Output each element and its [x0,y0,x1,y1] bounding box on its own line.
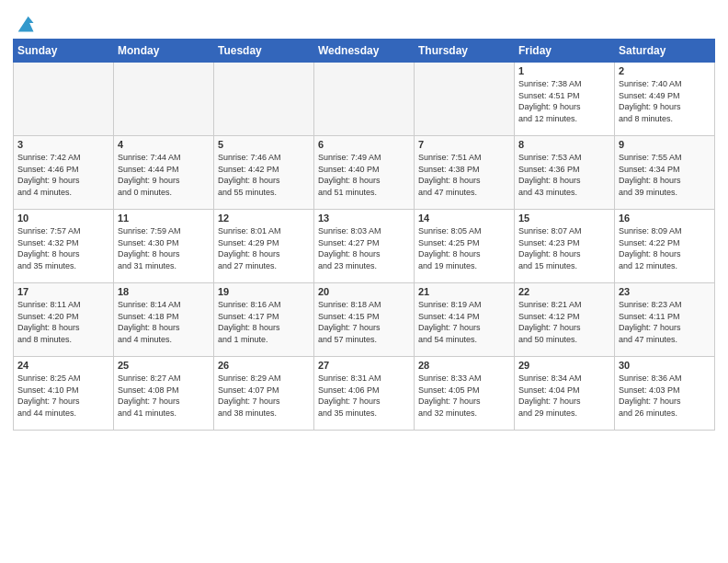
calendar-cell: 5Sunrise: 7:46 AM Sunset: 4:42 PM Daylig… [214,136,314,210]
day-info: Sunrise: 7:53 AM Sunset: 4:36 PM Dayligh… [518,152,610,198]
day-number: 12 [218,213,310,224]
weekday-monday: Monday [114,40,214,63]
day-info: Sunrise: 8:36 AM Sunset: 4:03 PM Dayligh… [619,373,711,419]
calendar-cell [214,63,314,136]
calendar-cell [14,63,114,136]
calendar-cell: 15Sunrise: 8:07 AM Sunset: 4:23 PM Dayli… [515,210,615,283]
week-row-0: 1Sunrise: 7:38 AM Sunset: 4:51 PM Daylig… [14,63,715,136]
day-info: Sunrise: 7:49 AM Sunset: 4:40 PM Dayligh… [318,152,410,198]
day-number: 14 [418,213,510,224]
calendar-cell: 22Sunrise: 8:21 AM Sunset: 4:12 PM Dayli… [515,283,615,357]
day-number: 18 [118,286,210,297]
weekday-tuesday: Tuesday [214,40,314,63]
calendar-cell: 24Sunrise: 8:25 AM Sunset: 4:10 PM Dayli… [14,357,114,431]
weekday-sunday: Sunday [14,40,114,63]
calendar-cell: 13Sunrise: 8:03 AM Sunset: 4:27 PM Dayli… [314,210,415,283]
day-number: 5 [218,139,310,150]
calendar-cell: 29Sunrise: 8:34 AM Sunset: 4:04 PM Dayli… [515,357,615,431]
calendar-cell: 1Sunrise: 7:38 AM Sunset: 4:51 PM Daylig… [515,63,615,136]
day-info: Sunrise: 7:44 AM Sunset: 4:44 PM Dayligh… [118,152,210,198]
calendar-cell: 2Sunrise: 7:40 AM Sunset: 4:49 PM Daylig… [615,63,715,136]
calendar-cell: 6Sunrise: 7:49 AM Sunset: 4:40 PM Daylig… [314,136,415,210]
calendar: SundayMondayTuesdayWednesdayThursdayFrid… [13,39,715,431]
weekday-row: SundayMondayTuesdayWednesdayThursdayFrid… [14,40,715,63]
day-number: 17 [17,286,109,297]
day-info: Sunrise: 7:55 AM Sunset: 4:34 PM Dayligh… [619,152,711,198]
calendar-cell: 11Sunrise: 7:59 AM Sunset: 4:30 PM Dayli… [114,210,214,283]
weekday-thursday: Thursday [415,40,515,63]
day-info: Sunrise: 8:11 AM Sunset: 4:20 PM Dayligh… [17,299,109,345]
day-info: Sunrise: 8:29 AM Sunset: 4:07 PM Dayligh… [218,373,310,419]
day-number: 2 [619,65,711,76]
week-row-3: 17Sunrise: 8:11 AM Sunset: 4:20 PM Dayli… [14,283,715,357]
calendar-cell: 23Sunrise: 8:23 AM Sunset: 4:11 PM Dayli… [615,283,715,357]
day-info: Sunrise: 8:31 AM Sunset: 4:06 PM Dayligh… [318,373,410,419]
calendar-cell: 17Sunrise: 8:11 AM Sunset: 4:20 PM Dayli… [14,283,114,357]
day-info: Sunrise: 7:59 AM Sunset: 4:30 PM Dayligh… [118,225,210,271]
day-number: 1 [518,65,610,76]
calendar-cell: 14Sunrise: 8:05 AM Sunset: 4:25 PM Dayli… [415,210,515,283]
calendar-cell [415,63,515,136]
day-info: Sunrise: 8:07 AM Sunset: 4:23 PM Dayligh… [518,225,610,271]
calendar-cell: 12Sunrise: 8:01 AM Sunset: 4:29 PM Dayli… [214,210,314,283]
day-info: Sunrise: 7:42 AM Sunset: 4:46 PM Dayligh… [17,152,109,198]
day-info: Sunrise: 8:01 AM Sunset: 4:29 PM Dayligh… [218,225,310,271]
weekday-saturday: Saturday [615,40,715,63]
day-info: Sunrise: 8:14 AM Sunset: 4:18 PM Dayligh… [118,299,210,345]
header [13,9,715,33]
day-number: 3 [17,139,109,150]
calendar-cell: 18Sunrise: 8:14 AM Sunset: 4:18 PM Dayli… [114,283,214,357]
calendar-cell [314,63,415,136]
day-number: 15 [518,213,610,224]
calendar-cell: 10Sunrise: 7:57 AM Sunset: 4:32 PM Dayli… [14,210,114,283]
weekday-friday: Friday [515,40,615,63]
day-info: Sunrise: 8:25 AM Sunset: 4:10 PM Dayligh… [17,373,109,419]
day-number: 19 [218,286,310,297]
day-number: 10 [17,213,109,224]
svg-marker-0 [18,17,34,32]
week-row-4: 24Sunrise: 8:25 AM Sunset: 4:10 PM Dayli… [14,357,715,431]
day-number: 22 [518,286,610,297]
day-info: Sunrise: 7:46 AM Sunset: 4:42 PM Dayligh… [218,152,310,198]
calendar-body: 1Sunrise: 7:38 AM Sunset: 4:51 PM Daylig… [14,63,715,431]
page-container: SundayMondayTuesdayWednesdayThursdayFrid… [0,0,728,440]
day-number: 6 [318,139,410,150]
day-info: Sunrise: 7:38 AM Sunset: 4:51 PM Dayligh… [518,78,610,124]
day-number: 28 [418,360,510,371]
calendar-cell: 4Sunrise: 7:44 AM Sunset: 4:44 PM Daylig… [114,136,214,210]
calendar-cell: 28Sunrise: 8:33 AM Sunset: 4:05 PM Dayli… [415,357,515,431]
day-number: 23 [619,286,711,297]
day-info: Sunrise: 8:18 AM Sunset: 4:15 PM Dayligh… [318,299,410,345]
calendar-cell: 20Sunrise: 8:18 AM Sunset: 4:15 PM Dayli… [314,283,415,357]
day-number: 24 [17,360,109,371]
day-info: Sunrise: 8:21 AM Sunset: 4:12 PM Dayligh… [518,299,610,345]
day-number: 27 [318,360,410,371]
day-number: 8 [518,139,610,150]
day-number: 16 [619,213,711,224]
calendar-header: SundayMondayTuesdayWednesdayThursdayFrid… [14,40,715,63]
day-number: 26 [218,360,310,371]
day-info: Sunrise: 8:34 AM Sunset: 4:04 PM Dayligh… [518,373,610,419]
week-row-2: 10Sunrise: 7:57 AM Sunset: 4:32 PM Dayli… [14,210,715,283]
day-info: Sunrise: 8:27 AM Sunset: 4:08 PM Dayligh… [118,373,210,419]
calendar-cell: 26Sunrise: 8:29 AM Sunset: 4:07 PM Dayli… [214,357,314,431]
day-number: 30 [619,360,711,371]
day-number: 7 [418,139,510,150]
calendar-cell: 21Sunrise: 8:19 AM Sunset: 4:14 PM Dayli… [415,283,515,357]
day-number: 11 [118,213,210,224]
day-info: Sunrise: 8:09 AM Sunset: 4:22 PM Dayligh… [619,225,711,271]
day-info: Sunrise: 7:40 AM Sunset: 4:49 PM Dayligh… [619,78,711,124]
day-info: Sunrise: 8:05 AM Sunset: 4:25 PM Dayligh… [418,225,510,271]
calendar-cell: 27Sunrise: 8:31 AM Sunset: 4:06 PM Dayli… [314,357,415,431]
day-number: 20 [318,286,410,297]
calendar-cell: 30Sunrise: 8:36 AM Sunset: 4:03 PM Dayli… [615,357,715,431]
day-info: Sunrise: 7:57 AM Sunset: 4:32 PM Dayligh… [17,225,109,271]
day-number: 29 [518,360,610,371]
calendar-cell: 7Sunrise: 7:51 AM Sunset: 4:38 PM Daylig… [415,136,515,210]
calendar-cell [114,63,214,136]
day-number: 9 [619,139,711,150]
logo [13,13,35,33]
weekday-wednesday: Wednesday [314,40,415,63]
calendar-cell: 3Sunrise: 7:42 AM Sunset: 4:46 PM Daylig… [14,136,114,210]
day-number: 21 [418,286,510,297]
